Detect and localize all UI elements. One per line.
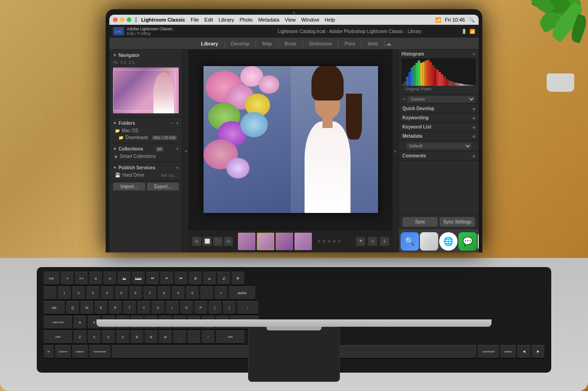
- key-v[interactable]: V: [116, 330, 129, 343]
- key-right[interactable]: ▶: [531, 345, 544, 358]
- key-f4[interactable]: ⊟: [103, 272, 116, 285]
- key-f3[interactable]: ⊞: [89, 272, 102, 285]
- key-equals[interactable]: =: [215, 286, 227, 299]
- filmstrip-thumb-4[interactable]: [294, 233, 312, 250]
- key-y[interactable]: Y: [137, 301, 150, 314]
- dock-calendar-icon[interactable]: 📅: [478, 232, 479, 251]
- metadata-panel-item[interactable]: Metadata ◀: [399, 132, 479, 141]
- key-t[interactable]: T: [123, 301, 136, 314]
- filmstrip-info-btn[interactable]: ℹ: [380, 237, 389, 246]
- key-period[interactable]: .: [187, 330, 200, 343]
- key-w[interactable]: W: [80, 301, 93, 314]
- minimize-button[interactable]: [120, 17, 124, 22]
- module-map[interactable]: Map: [258, 40, 277, 47]
- zoom-200-label[interactable]: 2:1: [129, 60, 135, 65]
- star-2[interactable]: ★: [322, 239, 326, 244]
- set-up-label[interactable]: Set Up...: [161, 173, 177, 178]
- dock-messages-icon[interactable]: 💬: [458, 232, 477, 251]
- dock-finder-icon[interactable]: 🔍: [401, 232, 419, 251]
- folder-macos[interactable]: 📁 Mac OS: [109, 127, 182, 134]
- key-5[interactable]: 5: [115, 286, 128, 299]
- key-rcmd[interactable]: command: [478, 345, 499, 358]
- navigator-thumbnail[interactable]: [113, 67, 179, 113]
- key-rshift[interactable]: shift: [216, 330, 244, 343]
- import-button[interactable]: Import...: [113, 183, 145, 190]
- hard-drive-publish-item[interactable]: 💾 Hard Drive Set Up...: [109, 172, 182, 179]
- key-tab[interactable]: tab: [44, 301, 65, 314]
- key-comma[interactable]: ,: [173, 330, 186, 343]
- treatment-plus-icon[interactable]: +: [402, 96, 406, 102]
- menu-library[interactable]: Library: [219, 17, 234, 22]
- left-panel-handle[interactable]: ◀: [183, 50, 188, 252]
- key-delete[interactable]: delete: [229, 286, 255, 299]
- key-m[interactable]: M: [159, 330, 172, 343]
- key-e[interactable]: E: [95, 301, 107, 314]
- key-f11[interactable]: 🔉: [203, 272, 216, 285]
- key-rbracket[interactable]: ]: [223, 301, 236, 314]
- key-z[interactable]: Z: [74, 330, 86, 343]
- survey-view-btn[interactable]: ⊟: [224, 237, 233, 246]
- key-lcmd[interactable]: command: [89, 345, 110, 358]
- key-f2[interactable]: ☀☀: [75, 272, 88, 285]
- publish-header[interactable]: ▼ Publish Services +: [109, 164, 182, 172]
- dock-launchpad-icon[interactable]: ⊞: [420, 232, 438, 251]
- star-5[interactable]: ★: [337, 239, 341, 244]
- collections-plus-icon[interactable]: +: [176, 146, 179, 151]
- histogram-header[interactable]: Histogram ▼: [401, 51, 476, 56]
- export-button[interactable]: Export...: [147, 183, 179, 190]
- key-capslock[interactable]: caps lock: [44, 316, 72, 329]
- comments-panel-item[interactable]: Comments ◀: [399, 151, 479, 161]
- folders-plus-icon[interactable]: +: [176, 121, 179, 126]
- close-button[interactable]: [113, 17, 118, 22]
- maximize-button[interactable]: [127, 17, 131, 22]
- filmstrip-thumb-1[interactable]: [238, 233, 255, 250]
- key-6[interactable]: 6: [129, 286, 142, 299]
- key-option[interactable]: option: [72, 345, 88, 358]
- metadata-preset-select[interactable]: Default: [406, 143, 471, 149]
- treatment-preset-select[interactable]: Custom: [407, 96, 475, 102]
- trackpad[interactable]: [248, 327, 340, 382]
- menu-file[interactable]: File: [191, 17, 199, 22]
- key-lbracket[interactable]: [: [209, 301, 221, 314]
- star-1[interactable]: ★: [317, 239, 321, 244]
- star-3[interactable]: ★: [327, 239, 331, 244]
- key-0[interactable]: 0: [186, 286, 199, 299]
- key-f6[interactable]: 🎹🎹: [132, 272, 145, 285]
- loupe-view-btn[interactable]: ⬜: [203, 237, 212, 246]
- menu-edit[interactable]: Edit: [204, 17, 213, 22]
- menu-app-name[interactable]: Lightroom Classic: [141, 17, 185, 22]
- key-3[interactable]: 3: [86, 286, 99, 299]
- key-backslash[interactable]: \: [237, 301, 258, 314]
- key-left[interactable]: ◀: [517, 345, 530, 358]
- key-7[interactable]: 7: [143, 286, 156, 299]
- compare-view-btn[interactable]: ⬛: [213, 237, 222, 246]
- zoom-100-label[interactable]: 1:1: [120, 60, 126, 65]
- module-develop[interactable]: Develop: [226, 40, 254, 47]
- module-slideshow[interactable]: Slideshow: [304, 40, 336, 47]
- key-f12[interactable]: 🔊: [217, 272, 230, 285]
- key-u[interactable]: U: [152, 301, 164, 314]
- smart-collections-item[interactable]: ▶ Smart Collections: [109, 153, 182, 160]
- key-x[interactable]: X: [88, 330, 101, 343]
- menu-photo[interactable]: Photo: [239, 17, 253, 22]
- key-backtick[interactable]: `: [44, 286, 57, 299]
- key-b[interactable]: B: [130, 330, 143, 343]
- key-f8[interactable]: ⏯: [160, 272, 173, 285]
- menu-help[interactable]: Help: [325, 17, 335, 22]
- key-o[interactable]: O: [180, 301, 193, 314]
- key-n[interactable]: N: [145, 330, 158, 343]
- key-control[interactable]: control: [55, 345, 71, 358]
- key-a[interactable]: A: [74, 316, 86, 329]
- keywording-panel-item[interactable]: Keywording ◀: [399, 113, 479, 123]
- key-power[interactable]: ⏻: [232, 272, 244, 285]
- key-esc[interactable]: esc: [44, 272, 59, 285]
- filmstrip-flag-btn[interactable]: ⚑: [356, 237, 365, 246]
- key-f10[interactable]: 🔇: [189, 272, 202, 285]
- menu-metadata[interactable]: Metadata: [258, 17, 279, 22]
- menu-window[interactable]: Window: [301, 17, 319, 22]
- key-f5[interactable]: 🎹: [118, 272, 130, 285]
- keyword-list-panel-item[interactable]: Keyword List ◀: [399, 123, 479, 132]
- key-i[interactable]: I: [166, 301, 179, 314]
- fit-label[interactable]: Fit: [113, 60, 118, 65]
- folders-minus-icon[interactable]: −: [171, 121, 174, 126]
